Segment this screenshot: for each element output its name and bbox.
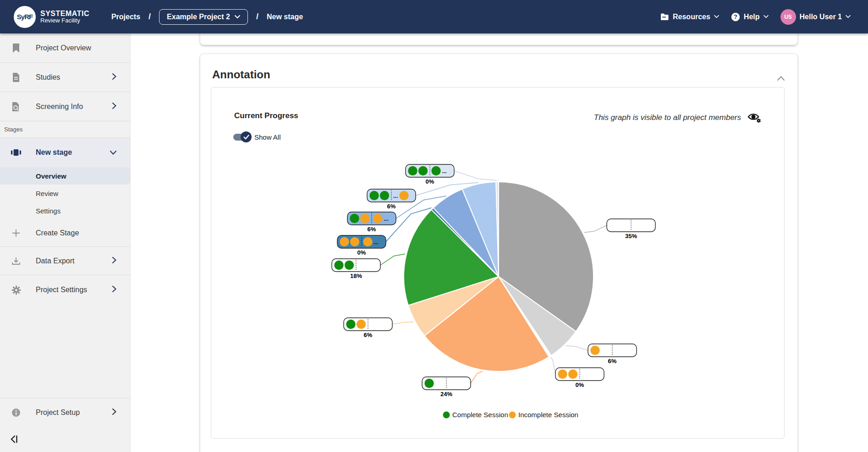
document-icon: [10, 72, 22, 82]
help-icon: ?: [731, 12, 740, 22]
syrf-logo-icon: SyRF: [14, 6, 36, 28]
slice-percent-label: 6%: [364, 332, 373, 338]
slice-percent-label: 0%: [576, 381, 584, 388]
show-all-toggle[interactable]: [233, 133, 252, 141]
sidebar-item-label: Project Setup: [36, 408, 80, 417]
sidebar-item-label: Studies: [36, 73, 60, 82]
bookmark-icon: [10, 43, 22, 53]
download-icon: [10, 256, 22, 266]
incomplete-session-dot: [360, 214, 369, 223]
callout-leader-line: [584, 225, 607, 233]
resources-label: Resources: [673, 13, 710, 21]
complete-session-dot: [334, 261, 343, 270]
incomplete-session-dot: [357, 320, 366, 329]
chevron-right-icon: [112, 408, 116, 417]
visibility-note: This graph is visible to all project mem…: [594, 112, 761, 124]
complete-session-dot: [345, 261, 354, 270]
sidebar-subitem-settings[interactable]: Settings: [0, 202, 130, 219]
breadcrumb-projects[interactable]: Projects: [111, 13, 140, 21]
annotation-card: Annotation 35%6%0%24%6%18%...0%...6%...6…: [200, 54, 797, 452]
user-menu[interactable]: US Hello User 1: [780, 9, 851, 25]
incomplete-session-dot: [340, 237, 349, 246]
session-callout-box: [607, 219, 655, 232]
progress-pie-chart: 35%6%0%24%6%18%...0%...6%...6%...0%Compl…: [211, 87, 784, 438]
chevron-right-icon: [112, 286, 116, 294]
complete-session-dot: [369, 191, 379, 200]
slice-percent-label: 24%: [440, 391, 452, 398]
gear-icon: [10, 285, 22, 295]
sidebar-item-new-stage[interactable]: New stage: [0, 138, 130, 167]
chevron-right-icon: [112, 73, 116, 82]
current-progress-card: 35%6%0%24%6%18%...0%...6%...6%...0%Compl…: [211, 87, 785, 439]
sidebar-subitem-overview[interactable]: Overview: [0, 167, 130, 185]
ellipsis-label: ...: [374, 239, 379, 245]
sidebar-item-screening-info[interactable]: Screening Info: [0, 92, 130, 121]
ellipsis-label: ...: [393, 193, 398, 199]
sidebar-item-project-settings[interactable]: Project Settings: [0, 275, 130, 305]
incomplete-session-dot: [590, 346, 599, 355]
sidebar-item-studies[interactable]: Studies: [0, 63, 130, 92]
sidebar-item-project-setup[interactable]: Project Setup: [0, 398, 130, 426]
svg-text:?: ?: [734, 13, 737, 20]
incomplete-session-dot: [363, 237, 372, 246]
project-selector-button[interactable]: Example Project 2: [159, 9, 248, 25]
incomplete-session-dot: [558, 370, 567, 379]
slice-percent-label: 6%: [608, 358, 617, 365]
chevron-right-icon: [112, 103, 116, 111]
slice-percent-label: 6%: [368, 226, 376, 233]
ellipsis-label: ...: [384, 216, 389, 222]
eye-settings-icon[interactable]: [747, 112, 761, 124]
user-avatar: US: [780, 9, 796, 25]
document-search-icon: [10, 102, 22, 112]
sidebar-item-label: Project Settings: [36, 286, 87, 294]
callout-leader-line: [454, 171, 497, 180]
chevron-right-icon: [112, 257, 116, 265]
app-logo[interactable]: SyRF SYSTEMATIC Review Facility: [14, 6, 89, 28]
complete-session-dot: [350, 214, 359, 223]
slice-percent-label: 35%: [625, 233, 637, 240]
visibility-note-text: This graph is visible to all project mem…: [594, 113, 741, 122]
small-gear-icon: [757, 119, 761, 123]
chart-title: Current Progress: [234, 111, 298, 120]
help-menu[interactable]: ? Help: [731, 12, 769, 22]
callout-leader-line: [380, 254, 405, 265]
legend-label: Complete Session: [452, 411, 508, 419]
show-all-toggle-row: Show All: [233, 133, 281, 141]
help-label: Help: [744, 13, 760, 21]
sidebar-item-data-export[interactable]: Data Export: [0, 247, 130, 275]
breadcrumb-separator: /: [256, 12, 258, 22]
chevron-up-icon: [777, 76, 785, 81]
callout-leader-line: [471, 371, 483, 383]
sidebar-item-project-overview[interactable]: Project Overview: [0, 33, 130, 63]
main-content: Annotation 35%6%0%24%6%18%...0%...6%...6…: [131, 33, 868, 452]
chevron-down-icon: [846, 15, 851, 18]
check-icon: [243, 135, 249, 140]
sidebar-item-label: Project Overview: [36, 44, 91, 52]
folder-icon: [660, 13, 669, 21]
resources-menu[interactable]: Resources: [660, 13, 719, 21]
sidebar-item-create-stage[interactable]: Create Stage: [0, 219, 130, 247]
brand-line2: Review Facility: [40, 17, 89, 24]
sidebar: Project Overview Studies Screening Info …: [0, 33, 131, 452]
sidebar-item-label: Create Stage: [36, 229, 79, 237]
collapse-section-button[interactable]: [777, 74, 785, 82]
sidebar-collapse-button[interactable]: [0, 426, 130, 452]
complete-session-dot: [408, 166, 417, 175]
slice-percent-label: 18%: [350, 272, 362, 279]
breadcrumb-separator: /: [148, 12, 151, 22]
sidebar-subitem-review[interactable]: Review: [0, 185, 130, 202]
incomplete-session-dot: [373, 214, 382, 223]
breadcrumb: Projects / Example Project 2 / New stage: [111, 9, 303, 25]
legend-dot: [509, 412, 516, 419]
annotation-title: Annotation: [212, 68, 270, 81]
previous-card-bottom: [200, 33, 797, 45]
legend-dot: [443, 412, 450, 419]
chevron-down-icon: [714, 15, 719, 18]
incomplete-session-dot: [568, 370, 577, 379]
chevron-down-icon: [764, 15, 769, 18]
chevron-down-icon: [235, 15, 240, 19]
stages-section-label: Stages: [0, 121, 130, 138]
chevron-down-icon: [110, 148, 116, 157]
collapse-sidebar-icon: [10, 435, 18, 443]
legend-label: Incomplete Session: [518, 411, 578, 419]
